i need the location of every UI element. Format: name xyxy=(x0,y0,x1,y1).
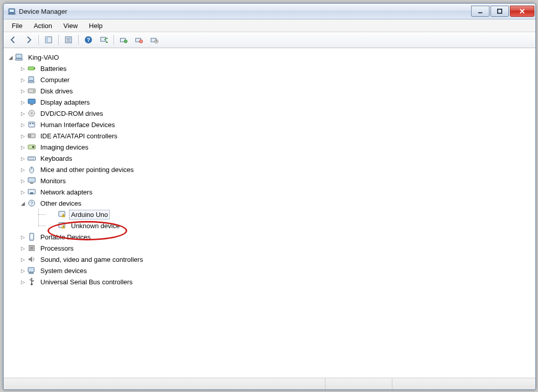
toolbar-separator xyxy=(38,35,39,45)
device-label: Unknown device xyxy=(69,221,122,231)
svg-rect-22 xyxy=(28,67,34,70)
expand-icon[interactable]: ▷ xyxy=(20,166,26,173)
category-node[interactable]: ▷Processors xyxy=(6,242,533,254)
hid-icon xyxy=(27,120,36,129)
expand-icon[interactable]: ▷ xyxy=(20,77,26,83)
svg-rect-20 xyxy=(16,54,22,58)
device-tree-panel[interactable]: ◢ King-VAIO ▷Batteries▷Computer▷Disk dri… xyxy=(4,48,535,378)
window-controls xyxy=(471,6,534,17)
menu-file[interactable]: File xyxy=(7,20,28,31)
category-label: Computer xyxy=(38,75,72,85)
minimize-button[interactable] xyxy=(471,6,489,17)
titlebar-drag[interactable] xyxy=(67,4,471,19)
scan-hardware-button[interactable] xyxy=(97,33,110,46)
svg-rect-25 xyxy=(28,81,34,83)
tree-root[interactable]: ◢ King-VAIO xyxy=(6,52,533,63)
category-node[interactable]: ▷Imaging devices xyxy=(6,141,533,153)
category-label: Sound, video and game controllers xyxy=(38,255,145,264)
expand-icon[interactable]: ▷ xyxy=(20,144,26,150)
expand-icon[interactable]: ▷ xyxy=(20,99,26,105)
svg-rect-45 xyxy=(30,183,33,184)
category-node[interactable]: ▷IDE ATA/ATAPI controllers xyxy=(6,130,533,141)
category-node[interactable]: ▷Display adapters xyxy=(6,96,533,108)
close-button[interactable] xyxy=(510,6,534,17)
toolbar-separator xyxy=(78,35,79,45)
uninstall-button[interactable] xyxy=(132,33,146,46)
expand-icon[interactable]: ▷ xyxy=(20,234,26,240)
update-driver-button[interactable] xyxy=(117,33,130,46)
tree-elbow xyxy=(38,226,45,226)
category-other-devices[interactable]: ◢ ? Other devices xyxy=(6,198,533,209)
category-label: Human Interface Devices xyxy=(38,120,117,130)
category-label: Imaging devices xyxy=(38,142,90,152)
svg-rect-32 xyxy=(29,122,35,127)
warning-device-icon: ! xyxy=(58,221,67,230)
category-label: Batteries xyxy=(38,64,68,74)
expand-icon[interactable]: ▷ xyxy=(20,279,26,285)
properties-button[interactable] xyxy=(62,33,75,46)
imaging-icon xyxy=(27,142,36,152)
svg-rect-1 xyxy=(10,10,14,12)
menu-view[interactable]: View xyxy=(58,20,83,31)
maximize-button[interactable] xyxy=(490,6,509,17)
menu-help[interactable]: Help xyxy=(84,20,108,31)
category-label: Processors xyxy=(38,243,76,253)
collapse-icon[interactable]: ◢ xyxy=(8,54,14,60)
device-arduino-uno[interactable]: ! Arduino Uno xyxy=(6,209,533,220)
svg-rect-6 xyxy=(45,37,48,43)
category-node[interactable]: ▷Keyboards xyxy=(6,153,533,164)
category-node[interactable]: ▷Monitors xyxy=(6,175,533,186)
category-node[interactable]: ▷Sound, video and game controllers xyxy=(6,254,533,265)
category-label: DVD/CD-ROM drives xyxy=(38,109,105,118)
svg-rect-55 xyxy=(31,234,33,238)
toolbar: ? xyxy=(4,32,535,48)
category-node[interactable]: ▷Computer xyxy=(6,74,533,85)
category-node[interactable]: ▷Portable Devices xyxy=(6,231,533,242)
help-button[interactable]: ? xyxy=(82,33,95,46)
svg-point-38 xyxy=(32,146,34,148)
svg-rect-34 xyxy=(32,123,34,124)
device-unknown[interactable]: ! Unknown device xyxy=(6,220,533,231)
category-node[interactable]: ▷Disk drives xyxy=(6,85,533,96)
expand-icon[interactable]: ▷ xyxy=(20,178,26,184)
expand-icon[interactable]: ▷ xyxy=(20,88,26,94)
collapse-icon[interactable]: ◢ xyxy=(20,200,26,206)
category-node[interactable]: ▷Mice and other pointing devices xyxy=(6,164,533,175)
menu-action[interactable]: Action xyxy=(29,20,57,31)
expand-icon[interactable]: ▷ xyxy=(20,245,26,251)
expand-icon[interactable]: ▷ xyxy=(20,267,26,274)
expand-icon[interactable]: ▷ xyxy=(20,189,26,195)
expand-icon[interactable]: ▷ xyxy=(20,256,26,262)
expand-icon[interactable]: ▷ xyxy=(20,155,26,161)
show-hide-tree-button[interactable] xyxy=(42,33,55,46)
svg-text:?: ? xyxy=(87,37,90,43)
category-node[interactable]: ▷Human Interface Devices xyxy=(6,119,533,130)
svg-rect-28 xyxy=(28,99,35,104)
category-node[interactable]: ▷DVD/CD-ROM drives xyxy=(6,108,533,119)
tree-elbow xyxy=(38,214,45,215)
category-label: System devices xyxy=(38,266,89,276)
dvd-icon xyxy=(27,109,36,118)
expand-icon[interactable]: ▷ xyxy=(20,65,26,71)
svg-rect-4 xyxy=(498,9,502,13)
menubar: File Action View Help xyxy=(4,19,535,32)
svg-rect-58 xyxy=(28,267,34,272)
svg-rect-57 xyxy=(30,247,33,250)
disable-button[interactable] xyxy=(148,33,161,46)
expand-icon[interactable]: ▷ xyxy=(20,110,26,116)
battery-icon xyxy=(27,64,36,73)
svg-point-36 xyxy=(29,135,31,137)
back-button[interactable] xyxy=(7,33,20,46)
status-cell xyxy=(325,378,392,389)
svg-point-15 xyxy=(124,40,127,43)
expand-icon[interactable]: ▷ xyxy=(20,121,26,128)
category-node[interactable]: ▷Universal Serial Bus controllers xyxy=(6,276,533,287)
category-node[interactable]: ▷System devices xyxy=(6,265,533,276)
expand-icon[interactable]: ▷ xyxy=(20,133,26,139)
category-label: Display adapters xyxy=(38,97,92,107)
category-node[interactable]: ▷Network adapters xyxy=(6,186,533,198)
forward-button[interactable] xyxy=(22,33,35,46)
category-node[interactable]: ▷Batteries xyxy=(6,63,533,74)
svg-rect-59 xyxy=(29,273,33,274)
monitor-icon xyxy=(27,176,36,185)
